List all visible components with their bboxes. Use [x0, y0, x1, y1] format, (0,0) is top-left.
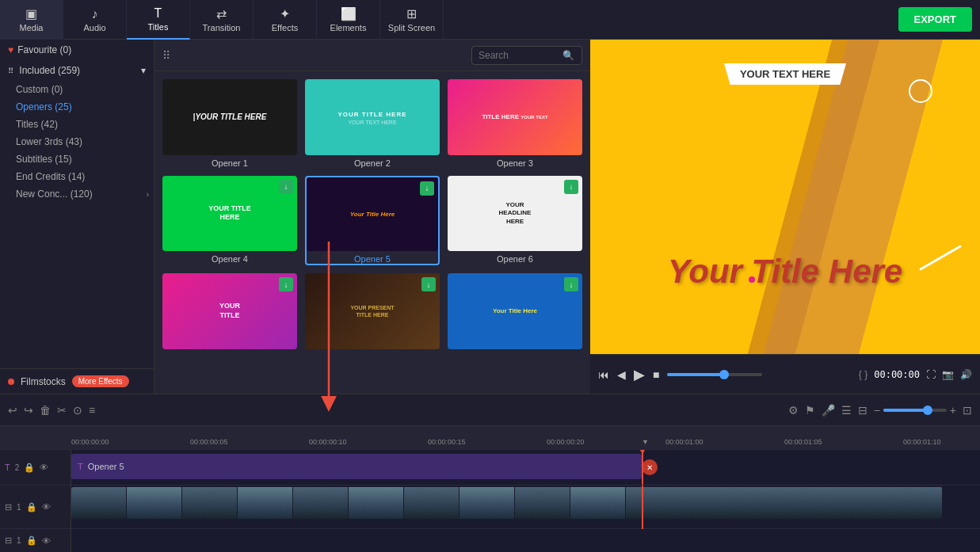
included-header[interactable]: ⠿ Included (259) ▾ [0, 60, 154, 81]
elements-icon: ⬜ [341, 6, 357, 21]
playback-right: { } 00:00:00 ⛶ 📷 🔊 [859, 369, 972, 380]
thumbnail-opener1[interactable]: |YOUR TITLE HERE Opener 1 [162, 79, 297, 168]
zoom-out-icon[interactable]: − [874, 404, 880, 417]
zoom-in-icon[interactable]: + [950, 404, 956, 417]
fit-button[interactable]: ⊡ [963, 404, 972, 417]
voiceover-button[interactable]: ☰ [841, 404, 852, 417]
grid-view-icon[interactable]: ⠿ [162, 49, 170, 62]
delete-button[interactable]: 🗑 [40, 404, 51, 417]
thumbnail-opener6[interactable]: YOURHEADLINEHERE ↓ Opener 6 [448, 176, 582, 265]
expand-icon: › [147, 190, 149, 199]
detach-button[interactable]: ⊟ [858, 404, 868, 417]
time-display: 00:00:00 [874, 369, 920, 380]
audio-mix-button[interactable]: ≡ [89, 404, 95, 417]
track-2-number: 2 [15, 463, 20, 472]
video-frame-4 [238, 487, 293, 519]
ruler-mark-6: 00:00:01:05 [784, 438, 822, 446]
chevron-down-icon: ▾ [141, 65, 146, 76]
sidebar-item-newconc[interactable]: New Conc... (120) [0, 185, 147, 203]
video-clip-travel05[interactable] [71, 487, 943, 519]
export-button[interactable]: EXPORT [898, 7, 972, 32]
fullscreen-button[interactable]: ⛶ [926, 369, 936, 380]
empty-track-vis[interactable]: 👁 [42, 536, 51, 546]
toolbar-transition[interactable]: ⇄ Transition [190, 0, 254, 40]
track-video-icon: ⊟ [5, 502, 12, 512]
toolbar-titles[interactable]: T Titles [127, 0, 190, 40]
sidebar-item-newconc-row: New Conc... (120) › [0, 185, 154, 203]
prev-frame-button[interactable]: ◀ [617, 368, 626, 381]
history-button[interactable]: ⊙ [73, 404, 82, 417]
video-frame-9 [515, 487, 570, 519]
download-badge-5: ↓ [420, 181, 434, 196]
sidebar-item-openers[interactable]: Openers (25) [0, 98, 154, 116]
more-effects-badge[interactable]: More Effects [72, 375, 129, 387]
flag-button[interactable]: ⚑ [805, 404, 815, 417]
snapshot-button[interactable]: 📷 [942, 369, 954, 380]
track-1-visibility[interactable]: 👁 [42, 502, 51, 512]
sidebar-item-custom[interactable]: Custom (0) [0, 81, 154, 98]
heart-icon: ♥ [8, 44, 13, 55]
zoom-control: − + [874, 404, 956, 417]
ruler-mark-5: 00:00:01:00 [665, 438, 704, 446]
thumbnail-opener2[interactable]: YOUR TITLE HERE YOUR TEXT HERE Opener 2 [305, 79, 440, 168]
video-frame-2 [127, 487, 182, 519]
video-frame-3 [182, 487, 238, 519]
video-frame-7 [404, 487, 459, 519]
ruler-mark-playhead: ▼ [642, 438, 649, 446]
zoom-thumb [923, 405, 932, 415]
play-button[interactable]: ▶ [634, 366, 645, 383]
toolbar-media-label: Media [20, 23, 44, 32]
redo-button[interactable]: ↪ [24, 404, 33, 417]
track-1-lock[interactable]: 🔒 [26, 502, 37, 512]
sidebar-item-titles[interactable]: Titles (42) [0, 116, 154, 133]
empty-track: ⊟ 1 🔒 👁 [0, 528, 980, 552]
bracket-icons: { } [859, 369, 868, 380]
ruler-mark-2: 00:00:00:10 [309, 438, 347, 446]
title-clip-opener5[interactable]: T Opener 5 [71, 454, 642, 479]
undo-button[interactable]: ↩ [8, 404, 17, 417]
zoom-bar[interactable] [883, 409, 947, 412]
thumbnail-opener7[interactable]: YOURTITLE ↓ Opener 7 [162, 273, 297, 362]
bottom-toolbar: ↩ ↪ 🗑 ✂ ⊙ ≡ ⚙ ⚑ 🎤 ☰ ⊟ − + ⊡ [0, 394, 980, 425]
search-icon: 🔍 [562, 50, 574, 61]
progress-bar[interactable] [667, 373, 762, 376]
toolbar-splitscreen[interactable]: ⊞ Split Screen [380, 0, 444, 40]
timeline-area: 00:00:00:00 00:00:00:05 00:00:00:10 00:0… [0, 425, 980, 552]
cut-indicator: ✕ [642, 450, 658, 485]
thumbnail-opener8[interactable]: YOUR PRESENTTITLE HERE ↓ Opener 8 [305, 273, 440, 362]
cut-button[interactable]: ✂ [57, 404, 67, 417]
thumbnail-opener5[interactable]: Your Title Here ↓ Opener 5 [305, 176, 440, 265]
settings-button[interactable]: ⚙ [788, 404, 799, 417]
mic-button[interactable]: 🎤 [822, 404, 835, 417]
stop-button[interactable]: ■ [653, 368, 659, 381]
toolbar-elements[interactable]: ⬜ Elements [317, 0, 380, 40]
toolbar-audio[interactable]: ♪ Audio [63, 0, 127, 40]
track-2-lock[interactable]: 🔒 [24, 463, 35, 473]
empty-track-lock[interactable]: 🔒 [26, 535, 37, 546]
bracket-left-icon: { } [859, 369, 868, 380]
filmstocks-section: Filmstocks More Effects [0, 368, 154, 394]
right-panel: YOUR TEXT HERE Your Title Here ⏮ ◀ ▶ ■ {… [590, 40, 980, 394]
sidebar-item-lower3rds[interactable]: Lower 3rds (43) [0, 133, 154, 150]
audio-icon: ♪ [92, 7, 98, 21]
search-input[interactable] [479, 50, 558, 61]
favourite-item[interactable]: ♥ Favourite (0) [0, 40, 154, 60]
empty-track-icon: ⊟ [5, 535, 12, 546]
toolbar-media[interactable]: ▣ Media [0, 0, 63, 40]
empty-track-number: 1 [17, 536, 21, 545]
opener2-label: Opener 2 [305, 158, 440, 168]
thumbnail-opener9[interactable]: Your Title Here ↓ Opener 9 [448, 273, 582, 362]
track-2-visibility[interactable]: 👁 [40, 463, 48, 472]
track-type-icon: T [5, 463, 10, 472]
splitscreen-icon: ⊞ [406, 6, 417, 21]
thumbnail-opener4[interactable]: YOUR TITLEHERE ↓ Opener 4 [162, 176, 297, 265]
left-sidebar: ♥ Favourite (0) ⠿ Included (259) ▾ Custo… [0, 40, 154, 394]
volume-button[interactable]: 🔊 [960, 369, 972, 380]
thumbnail-opener3[interactable]: TITLE HERE YOUR TEXT Opener 3 [448, 79, 582, 168]
rewind-button[interactable]: ⏮ [598, 368, 609, 381]
sidebar-item-endcredits[interactable]: End Credits (14) [0, 168, 154, 185]
sidebar-item-subtitles[interactable]: Subtitles (15) [0, 150, 154, 168]
ruler-mark-4: 00:00:00:20 [547, 438, 585, 446]
transition-icon: ⇄ [216, 6, 227, 21]
toolbar-effects[interactable]: ✦ Effects [254, 0, 317, 40]
